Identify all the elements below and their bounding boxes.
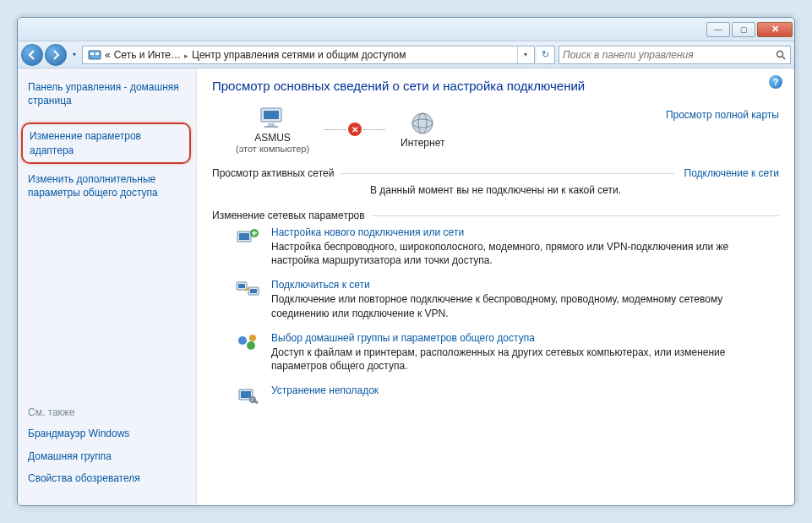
see-also-heading: См. также bbox=[28, 406, 186, 418]
item-homegroup[interactable]: Выбор домашней группы и параметров общег… bbox=[236, 332, 779, 373]
item-homegroup-link[interactable]: Выбор домашней группы и параметров общег… bbox=[271, 332, 779, 344]
maximize-button[interactable]: ▢ bbox=[732, 22, 755, 37]
node-pc-sublabel: (этот компьютер) bbox=[236, 144, 309, 154]
item-homegroup-desc: Доступ к файлам и принтерам, расположенн… bbox=[271, 346, 779, 373]
item-connect-network[interactable]: Подключиться к сети Подключение или повт… bbox=[236, 279, 779, 319]
connect-to-network-link[interactable]: Подключение к сети bbox=[684, 167, 779, 179]
svg-line-4 bbox=[782, 57, 785, 59]
svg-rect-23 bbox=[241, 391, 251, 398]
setup-connection-icon bbox=[236, 226, 261, 250]
minimize-button[interactable]: — bbox=[706, 22, 730, 37]
forward-button[interactable] bbox=[45, 44, 67, 66]
no-network-message: В данный момент вы не подключены ни к ка… bbox=[370, 184, 621, 196]
svg-point-19 bbox=[238, 336, 247, 345]
svg-point-21 bbox=[249, 335, 256, 341]
item-setup-link[interactable]: Настройка нового подключения или сети bbox=[271, 226, 779, 238]
help-icon[interactable]: ? bbox=[769, 75, 782, 89]
svg-rect-13 bbox=[239, 233, 249, 240]
full-map-link[interactable]: Просмотр полной карты bbox=[666, 109, 779, 121]
homegroup-icon bbox=[236, 332, 261, 356]
control-panel-icon bbox=[88, 48, 101, 62]
sidebar-internet-options[interactable]: Свойства обозревателя bbox=[28, 471, 186, 485]
item-troubleshoot[interactable]: Устранение неполадок bbox=[236, 384, 779, 408]
node-internet-label: Интернет bbox=[401, 137, 444, 149]
svg-rect-2 bbox=[95, 52, 99, 55]
control-panel-window: — ▢ ✕ ▾ « Сеть и Инте… Центр управления … bbox=[17, 17, 795, 506]
search-box[interactable] bbox=[559, 46, 791, 64]
connection-error-icon: ✕ bbox=[348, 123, 362, 136]
item-connect-link[interactable]: Подключиться к сети bbox=[271, 279, 779, 291]
section-change-title: Изменение сетевых параметров bbox=[212, 210, 365, 221]
breadcrumb-seg2[interactable]: Центр управления сетями и общим доступом bbox=[192, 49, 406, 61]
back-button[interactable] bbox=[21, 44, 43, 66]
window-body: Панель управления - домашняя страница Из… bbox=[18, 68, 794, 505]
sidebar-home-link[interactable]: Панель управления - домашняя страница bbox=[28, 80, 186, 107]
svg-rect-16 bbox=[238, 284, 245, 288]
item-connect-desc: Подключение или повторное подключение к … bbox=[271, 292, 779, 319]
sidebar-firewall[interactable]: Брандмауэр Windows bbox=[28, 427, 186, 440]
troubleshoot-icon bbox=[236, 384, 261, 408]
svg-rect-18 bbox=[250, 289, 257, 293]
breadcrumb-prefix: « bbox=[105, 49, 111, 61]
sidebar-homegroup[interactable]: Домашняя группа bbox=[28, 449, 186, 463]
content-area: ? Просмотр основных сведений о сети и на… bbox=[197, 68, 794, 505]
search-input[interactable] bbox=[559, 49, 771, 61]
sidebar: Панель управления - домашняя страница Из… bbox=[18, 68, 197, 505]
computer-icon bbox=[256, 105, 290, 132]
breadcrumb-seg1[interactable]: Сеть и Инте… bbox=[114, 49, 181, 61]
svg-point-20 bbox=[247, 341, 255, 350]
refresh-button[interactable]: ↻ bbox=[537, 46, 555, 64]
svg-rect-1 bbox=[90, 52, 94, 55]
close-button[interactable]: ✕ bbox=[757, 22, 793, 37]
history-dropdown[interactable]: ▾ bbox=[68, 46, 80, 64]
address-bar: ▾ « Сеть и Инте… Центр управления сетями… bbox=[18, 41, 794, 68]
sidebar-adapter-settings[interactable]: Изменение параметров адаптера bbox=[21, 123, 191, 163]
page-heading: Просмотр основных сведений о сети и наст… bbox=[212, 79, 779, 93]
item-troubleshoot-link[interactable]: Устранение неполадок bbox=[271, 384, 379, 396]
node-this-pc[interactable]: ASMUS (этот компьютер) bbox=[236, 105, 309, 154]
globe-icon bbox=[406, 110, 439, 137]
svg-rect-7 bbox=[268, 123, 275, 126]
svg-point-3 bbox=[777, 51, 783, 57]
svg-rect-8 bbox=[264, 126, 278, 128]
breadcrumb-dropdown[interactable]: ▾ bbox=[517, 46, 532, 63]
svg-point-9 bbox=[412, 113, 433, 133]
titlebar: — ▢ ✕ bbox=[18, 18, 794, 41]
node-pc-label: ASMUS bbox=[254, 132, 291, 144]
search-icon[interactable] bbox=[771, 46, 790, 63]
breadcrumb[interactable]: « Сеть и Инте… Центр управления сетями и… bbox=[82, 46, 535, 64]
connection-broken: ✕ bbox=[324, 123, 385, 136]
item-setup-desc: Настройка беспроводного, широкополосного… bbox=[271, 240, 779, 267]
svg-rect-6 bbox=[264, 111, 279, 119]
sidebar-sharing-settings[interactable]: Изменить дополнительные параметры общего… bbox=[28, 172, 186, 199]
breadcrumb-separator bbox=[181, 49, 192, 61]
section-active-title: Просмотр активных сетей bbox=[212, 167, 334, 179]
section-active-networks: Просмотр активных сетей Подключение к се… bbox=[212, 167, 779, 196]
item-setup-connection[interactable]: Настройка нового подключения или сети На… bbox=[236, 226, 779, 267]
connect-network-icon bbox=[236, 279, 261, 302]
section-change-settings: Изменение сетевых параметров Настройка н… bbox=[212, 210, 779, 408]
node-internet[interactable]: Интернет bbox=[401, 110, 444, 149]
